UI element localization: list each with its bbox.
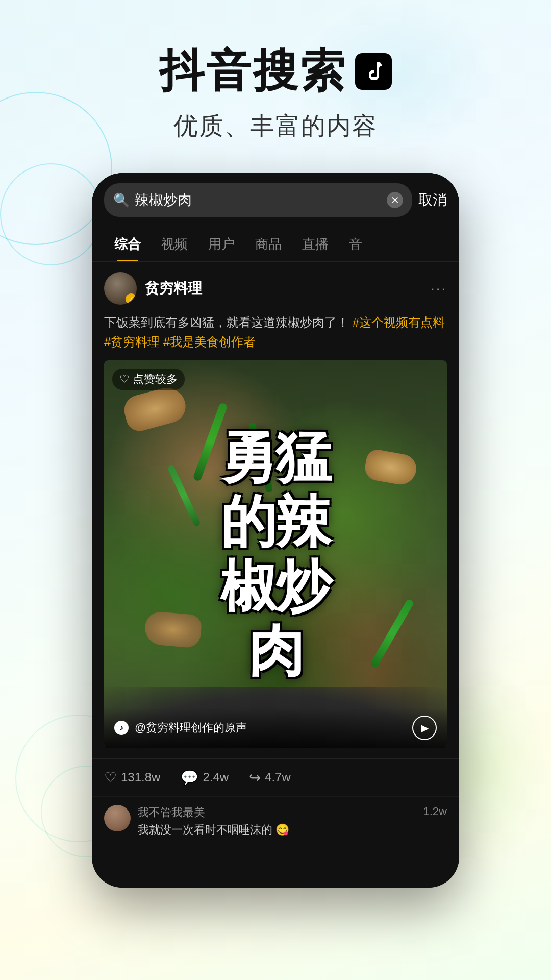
tiktok-note-icon: ♪ [114, 721, 129, 735]
search-input-area[interactable]: 🔍 辣椒炒肉 ✕ [104, 183, 412, 217]
like-count[interactable]: ♡ 131.8w [104, 769, 160, 786]
verified-badge: ✓ [126, 293, 137, 305]
play-button[interactable]: ▶ [412, 716, 437, 740]
content-card: ✓ 贫穷料理 ··· 下饭菜到底有多凶猛，就看这道辣椒炒肉了！ #这个视频有点料… [92, 262, 459, 758]
app-title-wrapper: 抖音搜索 [0, 41, 551, 102]
tab-综合[interactable]: 综合 [104, 227, 151, 261]
header: 抖音搜索 优质、丰富的内容 [0, 0, 551, 142]
tiktok-logo-icon [355, 53, 392, 90]
tab-商品[interactable]: 商品 [245, 227, 292, 261]
user-row: ✓ 贫穷料理 ··· [104, 272, 447, 305]
commenter-avatar [104, 805, 131, 831]
comment-count-right: 1.2w [423, 805, 447, 818]
hashtag-2[interactable]: #贫穷料理 [104, 335, 160, 349]
like-icon: ♡ [104, 769, 117, 786]
hashtag-1[interactable]: #这个视频有点料 [353, 315, 445, 329]
tab-视频[interactable]: 视频 [151, 227, 198, 261]
search-bar: 🔍 辣椒炒肉 ✕ 取消 [92, 173, 459, 227]
video-bottom-bar: ♪ @贫穷料理创作的原声 ▶ [104, 707, 447, 748]
engagement-row: ♡ 131.8w 💬 2.4w ↪ 4.7w [92, 758, 459, 796]
phone-container: 🔍 辣椒炒肉 ✕ 取消 综合 视频 用户 商品 [0, 173, 551, 888]
hashtag-3[interactable]: #我是美食创作者 [163, 335, 256, 349]
tab-用户[interactable]: 用户 [198, 227, 245, 261]
comment-body: 我不管我最美 我就没一次看时不咽唾沫的 😋 [138, 805, 416, 838]
comment-preview: 我不管我最美 我就没一次看时不咽唾沫的 😋 1.2w [92, 796, 459, 846]
phone-mockup: 🔍 辣椒炒肉 ✕ 取消 综合 视频 用户 商品 [92, 173, 459, 888]
comment-count-text: 2.4w [203, 770, 229, 785]
username[interactable]: 贫穷料理 [145, 279, 422, 298]
tab-bar: 综合 视频 用户 商品 直播 音 [92, 227, 459, 262]
search-cancel-button[interactable]: 取消 [418, 190, 447, 210]
phone-screen: 🔍 辣椒炒肉 ✕ 取消 综合 视频 用户 商品 [92, 173, 459, 888]
share-count-text: 4.7w [265, 770, 291, 785]
search-query-text: 辣椒炒肉 [135, 190, 382, 210]
tab-直播[interactable]: 直播 [292, 227, 339, 261]
video-text-overlay: 勇猛的辣椒炒肉 [104, 360, 447, 748]
comment-emoji: 😋 [276, 823, 289, 837]
share-icon: ↪ [249, 769, 261, 786]
commenter-username[interactable]: 我不管我最美 [138, 805, 416, 820]
more-options-button[interactable]: ··· [430, 279, 447, 298]
like-count-text: 131.8w [121, 770, 160, 785]
avatar: ✓ [104, 272, 137, 305]
search-clear-button[interactable]: ✕ [387, 192, 403, 208]
comment-count[interactable]: 💬 2.4w [181, 769, 229, 786]
video-big-text: 勇猛的辣椒炒肉 [220, 425, 331, 683]
share-count[interactable]: ↪ 4.7w [249, 769, 291, 786]
app-title-text: 抖音搜索 [159, 41, 347, 102]
post-text: 下饭菜到底有多凶猛，就看这道辣椒炒肉了！ #这个视频有点料 #贫穷料理 #我是美… [104, 313, 447, 352]
video-source-text: @贫穷料理创作的原声 [135, 720, 406, 736]
video-thumbnail[interactable]: ♡ 点赞较多 勇猛的辣椒炒肉 ♪ @贫穷料理创作的原声 ▶ [104, 360, 447, 748]
tab-音[interactable]: 音 [339, 227, 372, 261]
app-subtitle: 优质、丰富的内容 [0, 110, 551, 142]
comment-text: 我就没一次看时不咽唾沫的 😋 [138, 822, 416, 838]
search-icon: 🔍 [113, 192, 130, 208]
comment-icon: 💬 [181, 769, 198, 786]
